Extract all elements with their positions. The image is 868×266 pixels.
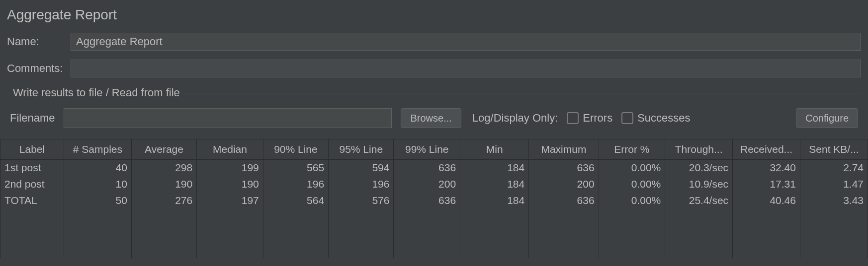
- table-row-empty: [0, 209, 868, 225]
- col-header-throughput[interactable]: Through...: [665, 139, 733, 160]
- cell-min: 184: [460, 176, 529, 193]
- table-row[interactable]: 1st post 40 298 199 565 594 636 184 636 …: [0, 160, 868, 176]
- cell-max: 636: [529, 193, 599, 209]
- table-body: 1st post 40 298 199 565 594 636 184 636 …: [0, 160, 868, 258]
- filename-label: Filename: [10, 112, 55, 125]
- logdisplay-label: Log/Display Only:: [472, 112, 558, 125]
- cell-average: 276: [131, 193, 196, 209]
- cell-samples: 10: [64, 176, 131, 193]
- cell-sent: 1.47: [800, 176, 868, 193]
- col-header-sent[interactable]: Sent KB/...: [800, 139, 868, 160]
- col-header-error[interactable]: Error %: [599, 139, 665, 160]
- successes-checkbox[interactable]: [621, 112, 633, 124]
- name-label: Name:: [7, 35, 71, 48]
- cell-error: 0.00%: [599, 193, 665, 209]
- configure-button[interactable]: Configure: [796, 108, 858, 128]
- table-row-empty: [0, 242, 868, 258]
- cell-received: 32.40: [733, 160, 800, 176]
- cell-throughput: 20.3/sec: [665, 160, 733, 176]
- errors-checkbox-wrap[interactable]: Errors: [567, 112, 612, 125]
- cell-median: 190: [197, 176, 263, 193]
- cell-received: 40.46: [733, 193, 800, 209]
- cell-error: 0.00%: [599, 176, 665, 193]
- table-row-empty: [0, 225, 868, 242]
- cell-label: TOTAL: [0, 193, 64, 209]
- errors-checkbox[interactable]: [567, 112, 579, 124]
- cell-samples: 40: [64, 160, 131, 176]
- col-header-received[interactable]: Received...: [733, 139, 800, 160]
- col-header-p99[interactable]: 99% Line: [394, 139, 460, 160]
- name-input[interactable]: [71, 33, 861, 51]
- cell-label: 2nd post: [0, 176, 64, 193]
- table-row[interactable]: 2nd post 10 190 190 196 196 200 184 200 …: [0, 176, 868, 193]
- cell-average: 190: [131, 176, 196, 193]
- file-group: Write results to file / Read from file F…: [7, 86, 861, 133]
- col-header-p95[interactable]: 95% Line: [329, 139, 394, 160]
- cell-error: 0.00%: [599, 160, 665, 176]
- successes-checkbox-wrap[interactable]: Successes: [621, 112, 690, 125]
- table-row[interactable]: TOTAL 50 276 197 564 576 636 184 636 0.0…: [0, 193, 868, 209]
- successes-checkbox-label: Successes: [637, 112, 690, 125]
- file-group-legend: Write results to file / Read from file: [13, 86, 183, 99]
- panel-title: Aggregate Report: [7, 7, 861, 23]
- col-header-median[interactable]: Median: [197, 139, 263, 160]
- cell-min: 184: [460, 160, 529, 176]
- cell-p95: 196: [329, 176, 394, 193]
- cell-median: 199: [197, 160, 263, 176]
- cell-sent: 3.43: [800, 193, 868, 209]
- cell-received: 17.31: [733, 176, 800, 193]
- cell-samples: 50: [64, 193, 131, 209]
- cell-sent: 2.74: [800, 160, 868, 176]
- filename-input[interactable]: [64, 108, 392, 128]
- cell-median: 197: [197, 193, 263, 209]
- cell-throughput: 10.9/sec: [665, 176, 733, 193]
- aggregate-table: Label # Samples Average Median 90% Line …: [0, 139, 868, 258]
- cell-p99: 636: [394, 160, 460, 176]
- comments-input[interactable]: [71, 60, 861, 77]
- cell-min: 184: [460, 193, 529, 209]
- col-header-label[interactable]: Label: [0, 139, 64, 160]
- col-header-min[interactable]: Min: [460, 139, 529, 160]
- errors-checkbox-label: Errors: [583, 112, 612, 125]
- cell-max: 636: [529, 160, 599, 176]
- cell-p99: 636: [394, 193, 460, 209]
- cell-p90: 196: [263, 176, 328, 193]
- cell-p90: 565: [263, 160, 328, 176]
- col-header-max[interactable]: Maximum: [529, 139, 599, 160]
- cell-p90: 564: [263, 193, 328, 209]
- cell-label: 1st post: [0, 160, 64, 176]
- cell-p95: 576: [329, 193, 394, 209]
- browse-button[interactable]: Browse...: [401, 108, 461, 128]
- comments-label: Comments:: [7, 62, 71, 75]
- cell-p95: 594: [329, 160, 394, 176]
- cell-average: 298: [131, 160, 196, 176]
- name-row: Name:: [7, 33, 861, 51]
- col-header-samples[interactable]: # Samples: [64, 139, 131, 160]
- cell-p99: 200: [394, 176, 460, 193]
- table-head: Label # Samples Average Median 90% Line …: [0, 139, 868, 160]
- cell-throughput: 25.4/sec: [665, 193, 733, 209]
- col-header-p90[interactable]: 90% Line: [263, 139, 328, 160]
- col-header-average[interactable]: Average: [131, 139, 196, 160]
- comments-row: Comments:: [7, 60, 861, 77]
- cell-max: 200: [529, 176, 599, 193]
